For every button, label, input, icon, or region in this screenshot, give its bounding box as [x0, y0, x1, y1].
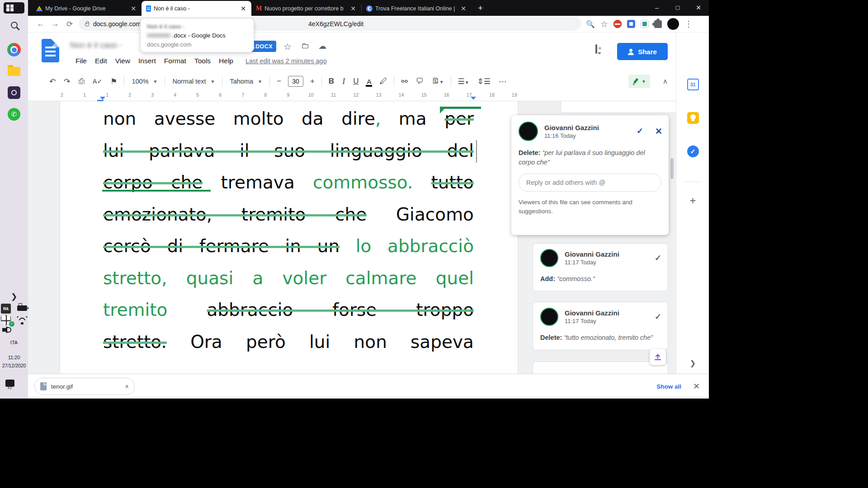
suggestion-card-active[interactable]: Giovanni Gazzini 11:16 Today ✓ ✕ Delete:…: [511, 115, 669, 235]
hide-menus-icon[interactable]: ∧: [655, 77, 676, 85]
document-title[interactable]: Non è il caso -: [70, 41, 122, 50]
reply-input[interactable]: Reply or add others with @: [519, 174, 661, 192]
spellcheck-icon[interactable]: A✓: [89, 78, 106, 85]
suggested-deletion[interactable]: corpo che: [103, 172, 203, 192]
doc-text[interactable]: tremava: [221, 172, 294, 192]
open-comments-icon[interactable]: +: [595, 45, 597, 53]
suggested-insertion[interactable]: lo abbracciò: [356, 236, 474, 256]
bold-icon[interactable]: B: [325, 77, 338, 86]
suggested-deletion[interactable]: stretto.: [103, 332, 167, 352]
add-addon-icon[interactable]: +: [676, 194, 709, 207]
left-indent-marker[interactable]: [100, 97, 105, 100]
undo-icon[interactable]: ↶: [45, 77, 60, 86]
browser-tab-3[interactable]: MNuovo progetto per correttore b✕: [251, 1, 361, 16]
battery-icon[interactable]: [8, 305, 36, 311]
last-edit-link[interactable]: Last edit was 2 minutes ago: [245, 57, 327, 65]
reject-suggestion-icon[interactable]: ✕: [655, 126, 662, 136]
close-download-bar-icon[interactable]: ✕: [693, 381, 700, 391]
suggested-insertion[interactable]: tremito: [103, 300, 167, 320]
accept-suggestion-icon[interactable]: ✓: [637, 126, 643, 136]
menu-insert[interactable]: Insert: [134, 55, 160, 67]
menu-file[interactable]: File: [71, 55, 91, 67]
doc-line-8[interactable]: stretto. Ora però lui non sapeva: [103, 326, 474, 358]
url-text[interactable]: docs.google.com: [93, 20, 141, 28]
star-document-icon[interactable]: ☆: [283, 41, 292, 52]
move-to-folder-icon[interactable]: 🗀: [301, 41, 309, 51]
browser-tab-1[interactable]: My Drive - Google Drive✕: [32, 1, 142, 16]
suggested-insertion[interactable]: commosso.: [313, 172, 413, 192]
taskbar-search-icon[interactable]: [0, 22, 28, 28]
download-item[interactable]: tenor.gif ∧: [34, 378, 135, 395]
google-docs-logo[interactable]: [42, 39, 59, 62]
forward-icon[interactable]: →: [48, 19, 62, 28]
document-page[interactable]: non avesse molto da dire, ma perlui parl…: [60, 101, 518, 374]
share-button[interactable]: Share: [617, 43, 668, 60]
blue-extension-icon[interactable]: [627, 20, 635, 28]
ruler[interactable]: 2112345678910111213141516171819: [28, 90, 676, 101]
show-all-downloads-button[interactable]: Show all: [656, 383, 681, 390]
accept-suggestion-icon[interactable]: ✓: [655, 312, 661, 322]
browser-tab-2[interactable]: Non è il caso -✕: [142, 1, 251, 16]
start-button[interactable]: [4, 2, 24, 14]
menu-format[interactable]: Format: [160, 55, 190, 67]
bookmark-star-icon[interactable]: ☆: [600, 19, 608, 29]
right-indent-marker[interactable]: [471, 97, 476, 100]
doc-line-4[interactable]: emozionato, tremito che Giacomo: [103, 199, 474, 231]
suggested-deletion[interactable]: cercò di fermare in un: [103, 236, 340, 256]
file-explorer-icon[interactable]: [0, 65, 28, 76]
italic-icon[interactable]: I: [338, 77, 349, 86]
doc-text[interactable]: Giacomo: [396, 204, 474, 225]
align-icon[interactable]: ☰▼: [454, 77, 473, 86]
browser-menu-icon[interactable]: ⋮: [684, 19, 693, 29]
tab-close-icon[interactable]: ✕: [459, 5, 468, 12]
doc-line-5[interactable]: cercò di fermare in un lo abbracciò: [103, 230, 474, 263]
insert-image-icon[interactable]: 🖻▼: [428, 77, 448, 86]
doc-text[interactable]: Ora però lui non sapeva: [190, 332, 474, 352]
side-panel-collapse-icon[interactable]: ❯: [676, 359, 709, 367]
doc-line-3[interactable]: corpo che tremava commosso. tutto: [103, 167, 474, 199]
minimize-button[interactable]: –: [646, 0, 667, 15]
insert-comment-icon[interactable]: 🗩: [412, 77, 428, 86]
download-filename[interactable]: tenor.gif: [51, 383, 125, 390]
reload-icon[interactable]: ⟳: [62, 19, 77, 29]
suggested-deletion[interactable]: tutto: [431, 172, 474, 192]
maximize-button[interactable]: ▢: [667, 0, 688, 15]
doc-text[interactable]: non avesse molto da dire: [103, 108, 375, 129]
clock-date[interactable]: 27/12/2020: [0, 363, 28, 368]
paragraph-style-select[interactable]: Normal text▼: [168, 78, 219, 85]
font-select[interactable]: Tahoma▼: [225, 78, 267, 85]
whatsapp-icon[interactable]: ✆: [0, 108, 28, 121]
tasks-icon[interactable]: ✓: [676, 145, 709, 157]
tab-close-icon[interactable]: ✕: [349, 5, 358, 12]
doc-text[interactable]: ma: [399, 108, 427, 129]
extension-icon[interactable]: [641, 20, 649, 28]
adblock-extension-icon[interactable]: [613, 20, 622, 28]
print-icon[interactable]: ⎙: [75, 77, 89, 86]
jump-to-suggestion-button[interactable]: [650, 349, 666, 365]
calendar-icon[interactable]: 31: [676, 79, 709, 90]
increase-font-icon[interactable]: +: [306, 77, 319, 86]
keep-icon[interactable]: [676, 112, 709, 124]
scrollbar-thumb[interactable]: [670, 158, 674, 179]
menu-edit[interactable]: Edit: [91, 55, 111, 67]
accept-suggestion-icon[interactable]: ✓: [655, 253, 661, 263]
redo-icon[interactable]: ↷: [60, 77, 74, 86]
close-window-button[interactable]: ✕: [688, 0, 709, 15]
chrome-icon[interactable]: [0, 43, 28, 56]
decrease-font-icon[interactable]: −: [273, 77, 285, 86]
back-icon[interactable]: ←: [33, 19, 48, 28]
more-options-icon[interactable]: ⋯: [495, 77, 510, 86]
tab-close-icon[interactable]: ✕: [129, 5, 138, 12]
suggesting-mode-button[interactable]: ▼: [628, 75, 650, 88]
suggestion-card[interactable]: Giovanni Gazzini 11:17 Today ✓ Add: “com…: [533, 243, 668, 291]
zoom-select[interactable]: 100%▼: [127, 78, 162, 85]
browser-profile-avatar[interactable]: [667, 18, 679, 30]
doc-line-1[interactable]: non avesse molto da dire, ma per: [103, 103, 474, 135]
text-color-icon[interactable]: A: [363, 78, 375, 85]
speaker-icon[interactable]: [0, 326, 21, 333]
doc-line-7[interactable]: tremito abbraccio forse troppo: [103, 294, 474, 326]
line-spacing-icon[interactable]: ⇕☰: [473, 77, 495, 86]
menu-tools[interactable]: Tools: [190, 55, 215, 67]
doc-line-6[interactable]: stretto, quasi a voler calmare quel: [103, 263, 474, 295]
cloud-status-icon[interactable]: ☁: [318, 41, 326, 51]
